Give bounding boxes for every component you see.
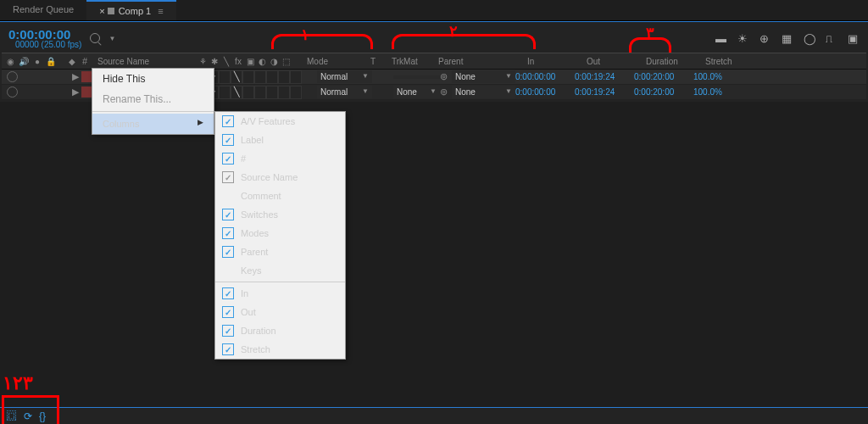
comp-icon [108,8,114,14]
annotation-bracket-1 [271,34,373,49]
sw-quality[interactable]: ╲ [231,70,242,84]
motion-blur-icon: ◐ [256,55,268,67]
column-toggle-label: # [241,153,246,164]
ctx-separator [92,111,214,112]
parent-header[interactable]: Parent [438,57,527,66]
sw-mb[interactable] [266,86,278,99]
tab-render-queue[interactable]: Render Queue [0,0,86,20]
tab-menu-icon[interactable]: ≡ [158,6,163,16]
ctx-columns-label: Columns [103,119,139,129]
sw-adj[interactable] [278,86,290,99]
tool-circle-icon[interactable]: ◯ [804,32,817,46]
sw-adj[interactable] [278,70,290,84]
eye-header-icon: ◉ [4,55,16,67]
mode-header[interactable]: Mode [307,57,370,66]
trkmat-dropdown[interactable]: None▼ [393,86,440,98]
stretch-value[interactable]: 100.0% [693,72,737,81]
fps-display: 00000 (25.00 fps) [8,40,81,49]
3d-icon: ⬚ [280,55,292,67]
column-toggle-label: Switches [241,209,278,220]
sw-fx[interactable] [242,70,254,84]
column-toggle-label: Keys [241,265,261,276]
label-header-icon: ◆ [66,55,78,67]
annotation-box-bl [2,395,59,424]
blend-mode-dropdown[interactable]: Normal▼ [317,86,372,98]
trkmat-dropdown[interactable] [393,75,440,79]
out-header[interactable]: Out [587,57,646,66]
sw-fb[interactable] [254,70,266,84]
column-toggle-label: Out [241,307,256,317]
star-icon: ✱ [209,55,220,67]
out-value[interactable]: 0:00:19:24 [575,87,634,97]
column-toggle-comment[interactable]: Comment [215,187,345,205]
visibility-toggle[interactable] [7,71,18,82]
column-toggle-label: A/V Features [241,116,295,126]
tool-globe-icon[interactable]: ⊕ [760,32,773,46]
tool-grid-icon[interactable]: ▦ [782,32,795,46]
ctx-hide[interactable]: Hide This [92,69,214,89]
column-toggle-label: Modes [241,228,269,238]
annotation-bracket-3 [629,37,671,53]
column-toggle-out[interactable]: ✓Out [215,303,345,321]
checkbox-icon: ✓ [222,325,234,337]
bottom-bar: ⿴ ⟳ {} [0,407,868,424]
tool-sun-icon[interactable]: ☀ [737,32,751,46]
sw-mb[interactable] [266,70,278,84]
sw-fb[interactable] [254,86,266,99]
submenu-separator [215,282,345,282]
submenu-arrow-icon: ▶ [198,118,203,126]
tool-1-icon[interactable]: ▬ [715,32,729,46]
visibility-toggle[interactable] [7,86,18,98]
column-toggle-avfeatures[interactable]: ✓A/V Features [215,112,345,131]
column-toggle-[interactable]: ✓# [215,149,345,168]
checkbox-icon: ✓ [222,153,234,165]
stretch-value[interactable]: 100.0% [693,87,737,97]
stretch-header[interactable]: Stretch [705,57,749,66]
in-value[interactable]: 0:00:00:00 [515,87,575,97]
duration-value[interactable]: 0:00:20:00 [634,72,693,81]
tool-shy-icon[interactable]: ▣ [848,32,861,46]
sw-3d[interactable] [290,86,302,99]
trkmat-header[interactable]: TrkMat [392,57,438,66]
sw-star[interactable] [219,86,231,99]
in-header[interactable]: In [527,57,587,66]
parent-dropdown[interactable]: None▼ [452,86,515,98]
pickwhip-icon[interactable]: ⊚ [440,86,452,98]
column-toggle-label[interactable]: ✓Label [215,131,345,149]
column-toggle-modes[interactable]: ✓Modes [215,224,345,243]
quality-icon: ╲ [220,55,232,67]
out-value[interactable]: 0:00:19:24 [575,72,634,81]
column-toggle-label: Label [241,135,264,145]
duration-value[interactable]: 0:00:20:00 [634,87,693,97]
tab-comp-label: Comp 1 [119,6,152,16]
sw-quality[interactable]: ╲ [231,86,242,99]
blend-mode-dropdown[interactable]: Normal▼ [317,70,372,83]
t-header[interactable]: T [370,57,392,66]
column-toggle-keys[interactable]: Keys [215,261,345,280]
search-icon[interactable] [90,33,100,43]
parent-dropdown[interactable]: None▼ [452,70,515,83]
sw-fx[interactable] [242,86,254,99]
tool-graph-icon[interactable]: ⎍ [826,32,839,46]
in-value[interactable]: 0:00:00:00 [515,72,575,81]
column-toggle-label: Source Name [241,172,298,182]
column-headers: ◉ 🔊 ● 🔒 ◆ # Source Name ⚘ ✱ ╲ fx ▣ ◐ ◑ ⬚… [2,53,866,70]
pickwhip-icon[interactable]: ⊚ [440,71,452,82]
source-header[interactable]: Source Name [95,57,197,66]
column-toggle-in[interactable]: ✓In [215,284,345,303]
column-toggle-sourcename[interactable]: ✓Source Name [215,168,345,187]
column-toggle-stretch[interactable]: ✓Stretch [215,340,345,359]
column-toggle-parent[interactable]: ✓Parent [215,243,345,261]
sw-star[interactable] [219,70,231,84]
column-toggle-label: In [241,288,248,298]
ctx-columns[interactable]: Columns▶ [92,114,214,134]
duration-header[interactable]: Duration [646,57,705,66]
tab-comp[interactable]: × Comp 1≡ [86,0,175,20]
num-header[interactable]: # [82,56,95,66]
column-toggle-duration[interactable]: ✓Duration [215,321,345,340]
sw-3d[interactable] [290,70,302,84]
expand-arrow-icon[interactable]: ▶ [72,71,79,82]
search-dropdown-icon[interactable]: ▼ [108,35,115,42]
expand-arrow-icon[interactable]: ▶ [72,86,79,98]
column-toggle-switches[interactable]: ✓Switches [215,205,345,224]
